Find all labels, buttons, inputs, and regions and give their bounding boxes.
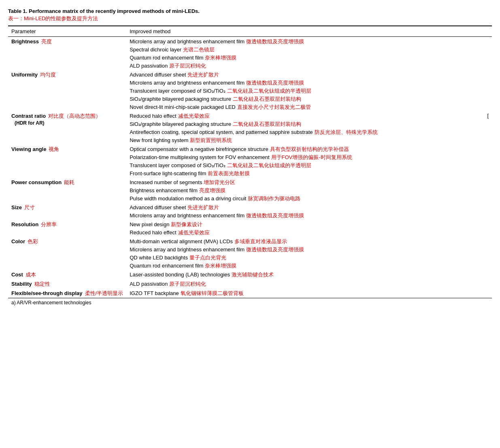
method-cn: 原子层沉积钝化 [169, 281, 206, 287]
method-cn: 新型像素设计 [171, 221, 202, 227]
method-cn: 减低光晕效应 [178, 113, 210, 119]
method-cell: Reduced halo effect减低光晕效应[ [126, 111, 492, 120]
method-cell: Microlens array and brightness enhanceme… [126, 79, 492, 87]
method-cn: 奈米棒增强膜 [205, 55, 236, 61]
table-row: Uniformity均匀度Advanced diffuser sheet先进光扩… [8, 70, 492, 79]
method-cn: 增加背光分区 [204, 179, 235, 185]
method-cn: 激光辅助键合技术 [232, 272, 274, 278]
param-cell: Color色彩 [8, 237, 126, 270]
method-cn: 防反光涂层、特殊光学系统 [315, 129, 378, 135]
method-en: ALD passivation [130, 63, 168, 69]
param-label-cn: 均匀度 [40, 72, 56, 78]
method-en: ALD passivation [130, 281, 168, 287]
method-en: SiO₂/graphite bilayered packaging struct… [130, 121, 231, 127]
method-en: Translucent layer composed of SiO₂/TiO₂ [130, 162, 226, 168]
col-header-parameter: Parameter [8, 26, 126, 37]
method-cn: 减低光晕效应 [178, 229, 210, 236]
param-cell: Power consumption能耗 [8, 178, 126, 203]
method-cell: Quantum rod enhancement film奈米棒增强膜 [126, 54, 492, 62]
method-cell: Advanced diffuser sheet先进光扩散片 [126, 70, 492, 79]
method-en: Advanced diffuser sheet [130, 204, 186, 210]
param-label-en: Color [11, 238, 25, 244]
col-header-method: Improved method [126, 26, 492, 37]
method-cn: 具有负型双折射结构的光学补偿器 [270, 146, 349, 152]
method-en: Increased number of segments [130, 179, 202, 185]
method-cell: Quantum rod enhancement film奈米棒增强膜 [126, 262, 492, 270]
method-cell: Translucent layer composed of SiO₂/TiO₂二… [126, 161, 492, 170]
method-en: Optical compensator with a negative bire… [130, 146, 268, 152]
param-label-cn: 色彩 [28, 238, 38, 244]
table-row: Resolution分辨率New pixel design新型像素设计 [8, 220, 492, 229]
param-sub-label: (HDR for AR) [11, 120, 45, 126]
method-en: Reduced halo effect [130, 113, 176, 119]
method-cn: 先进光扩散片 [187, 204, 219, 210]
method-cell: ALD passivation原子层沉积钝化 [126, 62, 492, 70]
method-cell: Increased number of segments增加背光分区 [126, 178, 492, 187]
method-en: Antireflection coating, special optical … [130, 129, 313, 135]
table-title: Table 1. Performance matrix of the recen… [8, 8, 492, 14]
table-row: Contrast ratio对比度（高动态范围）(HDR for AR)Redu… [8, 111, 492, 120]
method-cn: 二氧化硅及二氧化钛组成的半透明层 [227, 88, 311, 94]
method-cell: Front-surface light-scattering film前置表面光… [126, 170, 492, 178]
param-label-en: Viewing angle [11, 146, 46, 152]
method-en: IGZO TFT backplane [130, 290, 179, 296]
param-label-cn: 亮度 [41, 38, 52, 45]
method-cell: ALD passivation原子层沉积钝化 [126, 279, 492, 289]
method-cell: Pulse width modulation method as a drivi… [126, 195, 492, 203]
param-cell: Resolution分辨率 [8, 220, 126, 237]
param-label-en: Size [11, 204, 22, 210]
method-cell: SiO₂/graphite bilayered packaging struct… [126, 95, 492, 103]
table-row: Brightness亮度Microlens array and brightne… [8, 37, 492, 46]
method-en: Advanced diffuser sheet [130, 72, 186, 78]
method-en: Brightness enhancement film [130, 187, 198, 193]
method-en: Microlens array and brightness enhanceme… [130, 212, 245, 219]
method-en: Translucent layer composed of SiO₂/TiO₂ [130, 88, 226, 94]
method-cell: Microlens array and brightness enhanceme… [126, 37, 492, 46]
method-cn: 微透镜数组及亮度增强膜 [246, 246, 304, 253]
method-cn: 微透镜数组及亮度增强膜 [246, 80, 304, 86]
method-cn: 先进光扩散片 [187, 72, 219, 78]
method-cn: 多域垂直对准液晶显示 [234, 238, 287, 244]
method-cell: Advanced diffuser sheet先进光扩散片 [126, 203, 492, 212]
param-label-cn: 视角 [49, 146, 59, 152]
method-cell: Reduced halo effect减低光晕效应 [126, 229, 492, 237]
method-cn: 量子点白光背光 [189, 255, 226, 261]
method-cn: 二氧化硅及石墨双层封装结构 [233, 96, 301, 102]
method-en: Laser-assisted bonding (LAB) technologie… [130, 272, 230, 278]
method-en: Reduced halo effect [130, 229, 176, 236]
method-en: Quantum rod enhancement film [130, 263, 203, 269]
method-cell: SiO₂/graphite bilayered packaging struct… [126, 120, 492, 128]
method-cn: 直接发光小尺寸封装发光二极管 [237, 104, 311, 110]
param-label-cn: 稳定性 [34, 281, 50, 287]
param-label-cn: 分辨率 [41, 221, 57, 227]
method-en: New front lighting system [130, 137, 188, 143]
bracket: [ [487, 113, 489, 119]
method-cell: Optical compensator with a negative bire… [126, 144, 492, 153]
table-subtitle: 表一：Mini-LED的性能参数及提升方法 [8, 15, 492, 22]
method-en: Novel direct-lit mini-chip-scale package… [130, 104, 236, 110]
param-label-en: Uniformity [11, 72, 38, 78]
method-cell: IGZO TFT backplane氧化铟镓锌薄膜二极管背板 [126, 289, 492, 298]
method-en: Spectral dichroic layer [130, 47, 181, 53]
method-cn: 前置表面光散射膜 [208, 170, 250, 176]
method-en: QD white LED backlights [130, 255, 188, 261]
method-cn: 微透镜数组及亮度增强膜 [246, 38, 304, 45]
method-cell: New front lighting system新型前置照明系统 [126, 136, 492, 144]
method-cn: 奈米棒增强膜 [205, 263, 236, 269]
method-cell: Polarization-time multiplexing system fo… [126, 153, 492, 161]
param-cell: Contrast ratio对比度（高动态范围）(HDR for AR) [8, 111, 126, 144]
param-cell: Flexible/see-through display柔性/半透明显示 [8, 289, 126, 298]
param-label-cn: 对比度（高动态范围） [48, 113, 101, 119]
method-cn: 脉宽调制作为驱动电路 [248, 195, 300, 202]
table-row: Viewing angle视角Optical compensator with … [8, 144, 492, 153]
method-en: Microlens array and brightness enhanceme… [130, 80, 245, 86]
param-label-cn: 尺寸 [24, 204, 35, 210]
footnote: a) AR/VR-enhancement technologies [8, 298, 492, 307]
param-cell: Brightness亮度 [8, 37, 126, 70]
method-cell: Laser-assisted bonding (LAB) technologie… [126, 270, 492, 279]
method-cell: QD white LED backlights量子点白光背光 [126, 254, 492, 262]
method-cn: 氧化铟镓锌薄膜二极管背板 [181, 290, 244, 296]
method-cell: Translucent layer composed of SiO₂/TiO₂二… [126, 87, 492, 95]
param-cell: Uniformity均匀度 [8, 70, 126, 111]
method-en: New pixel design [130, 221, 169, 227]
